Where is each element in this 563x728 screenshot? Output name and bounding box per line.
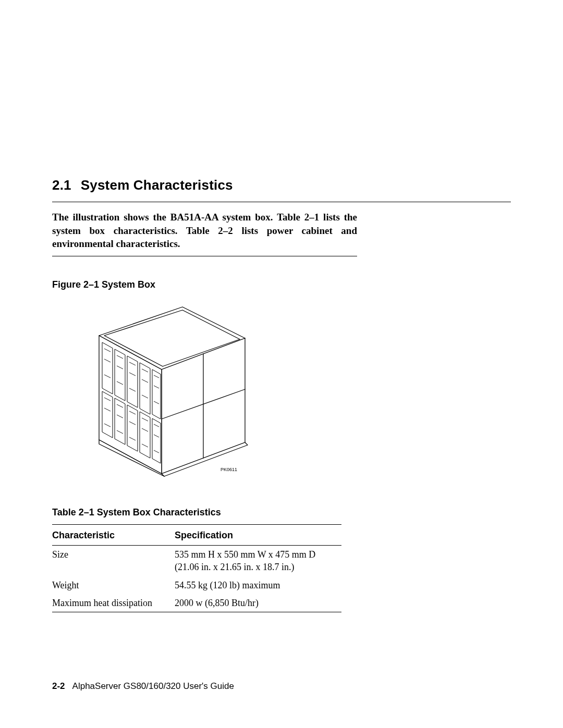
section-title-text: System Characteristics xyxy=(81,177,233,193)
page-number: 2-2 xyxy=(52,681,65,691)
page-footer: 2-2AlphaServer GS80/160/320 User's Guide xyxy=(52,681,234,692)
table-header-characteristic: Characteristic xyxy=(52,524,175,545)
table-row: Size 535 mm H x 550 mm W x 475 mm D(21.0… xyxy=(52,545,341,576)
intro-rule xyxy=(52,256,357,256)
svg-marker-13 xyxy=(102,391,113,438)
table-row: Weight 54.55 kg (120 lb) maximum xyxy=(52,576,341,594)
cell-characteristic: Weight xyxy=(52,576,175,594)
svg-marker-14 xyxy=(115,398,125,445)
section-number: 2.1 xyxy=(52,177,71,193)
heading-rule xyxy=(52,202,511,202)
cell-specification: 535 mm H x 550 mm W x 475 mm D(21.06 in.… xyxy=(175,545,341,576)
doc-title: AlphaServer GS80/160/320 User's Guide xyxy=(72,681,234,691)
cell-specification: 54.55 kg (120 lb) maximum xyxy=(175,576,341,594)
cell-characteristic: Maximum heat dissipation xyxy=(52,594,175,612)
table-row: Maximum heat dissipation 2000 w (6,850 B… xyxy=(52,594,341,612)
document-page: 2.1System Characteristics The illustrati… xyxy=(0,0,563,728)
svg-marker-12 xyxy=(152,369,161,419)
cell-characteristic: Size xyxy=(52,545,175,576)
figure-caption: Figure 2–1 System Box xyxy=(52,279,511,290)
svg-marker-17 xyxy=(152,418,161,463)
figure-tag: PK0611 xyxy=(221,467,237,472)
figure-system-box: PK0611 xyxy=(52,297,511,484)
section-heading: 2.1System Characteristics xyxy=(52,177,511,193)
spec-table: Characteristic Specification Size 535 mm… xyxy=(52,524,341,612)
table-caption: Table 2–1 System Box Characteristics xyxy=(52,507,511,518)
svg-marker-16 xyxy=(140,412,150,458)
intro-paragraph: The illustration shows the BA51A-AA syst… xyxy=(52,211,357,251)
system-box-icon: PK0611 xyxy=(52,297,255,484)
table-header-specification: Specification xyxy=(175,524,341,545)
svg-marker-15 xyxy=(127,405,138,451)
cell-specification: 2000 w (6,850 Btu/hr) xyxy=(175,594,341,612)
